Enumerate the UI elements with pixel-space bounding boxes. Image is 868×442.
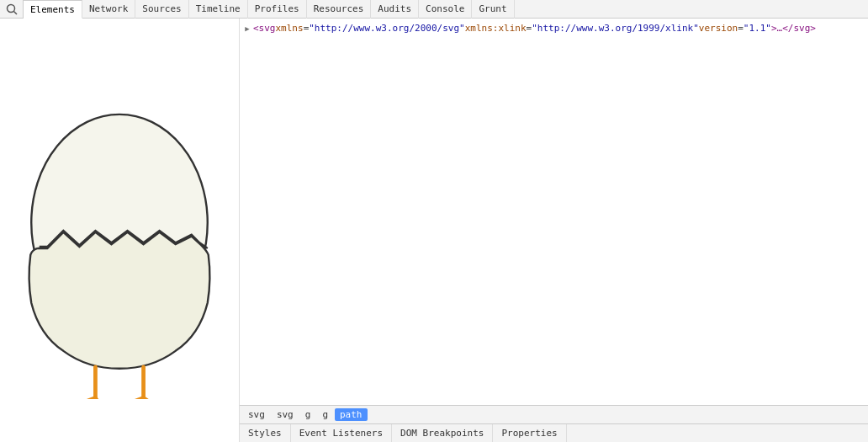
- breadcrumb-path[interactable]: path: [335, 408, 368, 421]
- breadcrumb-g1[interactable]: g: [300, 408, 316, 421]
- eq3: =: [738, 23, 744, 34]
- tag-name: <svg: [253, 23, 276, 34]
- tab-timeline[interactable]: Timeline: [189, 0, 248, 19]
- right-panel: ▶ <svg xmlns="http://www.w3.org/2000/svg…: [240, 19, 868, 442]
- tab-console[interactable]: Console: [419, 0, 472, 19]
- dom-node-svg[interactable]: ▶ <svg xmlns="http://www.w3.org/2000/svg…: [240, 22, 868, 35]
- sub-tab-dom-breakpoints[interactable]: DOM Breakpoints: [392, 424, 493, 443]
- tab-audits[interactable]: Audits: [371, 0, 419, 19]
- expand-triangle[interactable]: ▶: [243, 24, 251, 33]
- svg-line-10: [144, 397, 164, 399]
- sub-tab-event-listeners[interactable]: Event Listeners: [291, 424, 392, 443]
- tab-network[interactable]: Network: [82, 0, 135, 19]
- breadcrumb-bar: svg svg g g path: [240, 405, 868, 423]
- breadcrumb-svg2[interactable]: svg: [272, 408, 299, 421]
- attr2-name: xmlns:xlink: [465, 23, 527, 34]
- search-icon[interactable]: [0, 0, 24, 19]
- eq2: =: [527, 23, 532, 34]
- svg-line-4: [70, 397, 95, 399]
- attr1-name: xmlns: [276, 23, 304, 34]
- svg-line-8: [118, 397, 143, 399]
- chick-illustration: [10, 62, 229, 399]
- tab-profiles[interactable]: Profiles: [248, 0, 307, 19]
- sub-tabs-bar: Styles Event Listeners DOM Breakpoints P…: [240, 423, 868, 442]
- devtools-toolbar: Elements Network Sources Timeline Profil…: [0, 0, 868, 19]
- tab-resources[interactable]: Resources: [307, 0, 372, 19]
- toolbar-tabs: Elements Network Sources Timeline Profil…: [24, 0, 515, 18]
- breadcrumb-g2[interactable]: g: [317, 408, 333, 421]
- svg-line-1: [13, 11, 17, 14]
- breadcrumb-svg1[interactable]: svg: [243, 408, 270, 421]
- attr3-name: version: [699, 23, 738, 34]
- tag-close: >…</svg>: [771, 23, 816, 34]
- sub-tab-properties[interactable]: Properties: [493, 424, 566, 443]
- attr2-val: "http://www.w3.org/1999/xlink": [532, 23, 699, 34]
- svg-line-6: [95, 397, 107, 399]
- attr3-val: "1.1": [744, 23, 771, 34]
- attr1-val: "http://www.w3.org/2000/svg": [309, 23, 464, 34]
- main-content: ▶ <svg xmlns="http://www.w3.org/2000/svg…: [0, 19, 868, 442]
- eq1: =: [304, 23, 310, 34]
- elements-content[interactable]: ▶ <svg xmlns="http://www.w3.org/2000/svg…: [240, 19, 868, 405]
- tab-elements[interactable]: Elements: [24, 0, 82, 19]
- sub-tab-styles[interactable]: Styles: [240, 424, 291, 443]
- svg-point-0: [7, 4, 14, 12]
- tab-grunt[interactable]: Grunt: [472, 0, 514, 19]
- tab-sources[interactable]: Sources: [135, 0, 188, 19]
- illustration-panel: [0, 19, 240, 442]
